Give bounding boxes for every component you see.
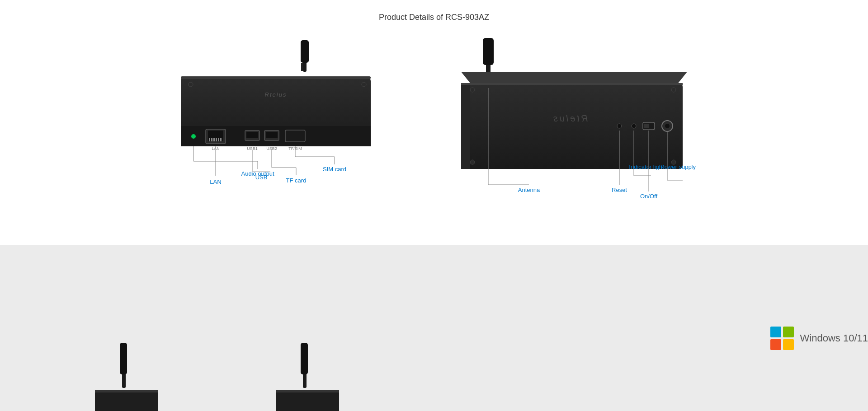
svg-text:Indicator light: Indicator light bbox=[629, 163, 664, 170]
svg-point-11 bbox=[191, 134, 196, 139]
device-left: Rtelus LAN USB1 USB2 bbox=[167, 36, 384, 218]
svg-point-5 bbox=[189, 82, 193, 87]
svg-rect-18 bbox=[218, 138, 219, 141]
mini-device-2 bbox=[271, 343, 362, 411]
svg-rect-51 bbox=[461, 83, 683, 85]
svg-point-52 bbox=[470, 88, 475, 92]
svg-rect-82 bbox=[276, 390, 339, 411]
svg-text:SIM card: SIM card bbox=[323, 166, 346, 173]
device-right: Rtelus Antenna Reset Indicator light bbox=[439, 36, 701, 227]
mini-device-1 bbox=[90, 343, 181, 411]
svg-text:Power supply: Power supply bbox=[660, 163, 696, 170]
svg-text:On/Off: On/Off bbox=[640, 193, 657, 200]
svg-text:Reset: Reset bbox=[612, 187, 627, 193]
windows-logo-icon bbox=[770, 327, 794, 350]
svg-point-57 bbox=[617, 124, 622, 128]
product-section: Rtelus LAN USB1 USB2 bbox=[0, 31, 868, 245]
svg-rect-47 bbox=[483, 38, 494, 65]
svg-rect-77 bbox=[120, 343, 127, 374]
svg-text:Rtelus: Rtelus bbox=[552, 113, 588, 123]
svg-rect-15 bbox=[211, 138, 212, 141]
bottom-devices bbox=[90, 343, 362, 411]
bottom-section: Windows 10/11 bbox=[0, 245, 868, 411]
win-quad-2 bbox=[783, 327, 794, 337]
win-quad-1 bbox=[770, 327, 781, 337]
page-title: Product Details of RCS-903AZ bbox=[0, 0, 868, 31]
svg-point-54 bbox=[470, 160, 475, 164]
svg-rect-81 bbox=[301, 343, 308, 374]
svg-text:LAN: LAN bbox=[210, 178, 221, 185]
svg-text:USB: USB bbox=[255, 174, 268, 181]
svg-rect-22 bbox=[246, 132, 258, 138]
svg-point-62 bbox=[665, 124, 670, 128]
svg-rect-4 bbox=[181, 76, 371, 79]
svg-text:Rtelus: Rtelus bbox=[265, 91, 287, 98]
svg-point-6 bbox=[362, 82, 366, 87]
windows-badge: Windows 10/11 bbox=[770, 327, 868, 350]
svg-rect-1 bbox=[301, 40, 309, 63]
svg-text:Antenna: Antenna bbox=[518, 187, 540, 193]
win-quad-4 bbox=[783, 339, 794, 350]
svg-rect-79 bbox=[95, 390, 158, 392]
svg-rect-16 bbox=[213, 138, 215, 141]
svg-rect-14 bbox=[209, 138, 210, 141]
svg-rect-83 bbox=[276, 390, 339, 392]
svg-point-53 bbox=[671, 88, 676, 92]
svg-rect-60 bbox=[644, 124, 649, 128]
windows-label: Windows 10/11 bbox=[800, 332, 868, 344]
svg-text:TF card: TF card bbox=[286, 177, 307, 184]
device-right-svg: Rtelus Antenna Reset Indicator light bbox=[439, 36, 710, 225]
svg-rect-78 bbox=[95, 390, 158, 411]
svg-rect-17 bbox=[216, 138, 217, 141]
svg-rect-19 bbox=[220, 138, 222, 141]
svg-point-58 bbox=[632, 124, 636, 128]
win-quad-3 bbox=[770, 339, 781, 350]
svg-rect-2 bbox=[301, 63, 303, 71]
device-left-svg: Rtelus LAN USB1 USB2 bbox=[167, 36, 384, 216]
svg-rect-27 bbox=[285, 130, 305, 142]
svg-rect-25 bbox=[266, 132, 278, 138]
